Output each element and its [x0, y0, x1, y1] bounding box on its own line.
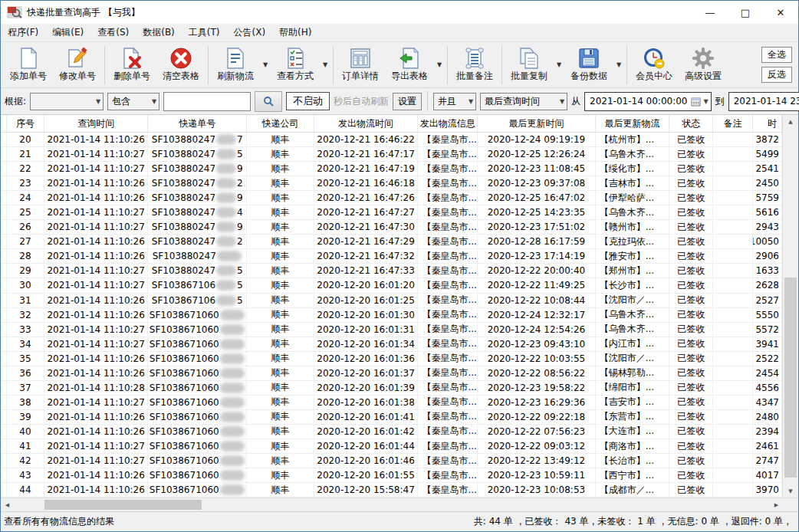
vertical-scroll-thumb[interactable] — [784, 277, 797, 477]
column-header-status[interactable]: 状态 — [669, 115, 713, 132]
refresh-logistics-button[interactable]: 刷新物流 — [211, 45, 260, 84]
auto-refresh-settings-button[interactable]: 设置 — [393, 93, 422, 110]
table-row[interactable]: 272021-01-14 11:10:26SF1038802472顺丰2020-… — [1, 235, 782, 249]
menu-item-data[interactable]: 数据(B) — [136, 24, 182, 41]
delete-number-button[interactable]: 删除单号 — [107, 45, 156, 84]
cell-tracking: SF1038802475 — [148, 264, 247, 277]
backup-data-button[interactable]: 备份数据 — [564, 45, 613, 84]
horizontal-scroll-track[interactable] — [14, 498, 770, 511]
scroll-left-icon[interactable]: ◀ — [1, 498, 14, 511]
field-select[interactable]: ▼ — [30, 93, 104, 110]
table-row[interactable]: 442021-01-14 11:10:26SF1038671060顺丰2020-… — [1, 483, 782, 498]
table-row[interactable]: 262021-01-14 11:10:27SF1038802479顺丰2020-… — [1, 220, 782, 235]
table-row[interactable]: 392021-01-14 11:10:26SF1038671060顺丰2020-… — [1, 410, 782, 425]
add-number-button[interactable]: 添加单号 — [4, 45, 53, 84]
scroll-right-icon[interactable]: ▶ — [770, 498, 783, 511]
from-date-input[interactable]: 2021-01-14 00:00:00 ▼ — [584, 92, 712, 111]
view-mode-dropdown-arrow-icon[interactable]: ▼ — [320, 48, 330, 82]
join-select[interactable]: 并且▼ — [433, 93, 476, 110]
menu-item-view[interactable]: 查看(S) — [90, 24, 136, 41]
table-row[interactable]: 282021-01-14 11:10:26SF103880247顺丰2020-1… — [1, 249, 782, 264]
tracking-number-text: SF1038671060 — [150, 426, 219, 437]
menu-item-help[interactable]: 帮助(H) — [272, 24, 318, 41]
column-header-first_info[interactable]: 发出物流信息 — [418, 115, 478, 132]
menu-item-edit[interactable]: 编辑(E) — [45, 24, 90, 41]
table-row[interactable]: 302021-01-14 11:10:27SF1038671065顺丰2020-… — [1, 278, 782, 293]
column-header-update_time[interactable]: 最后更新时间 — [478, 115, 596, 132]
export-table-button[interactable]: 导出表格 — [385, 45, 434, 84]
scroll-down-icon[interactable]: ▼ — [783, 484, 798, 498]
horizontal-scrollbar[interactable]: ◀ ▶ — [1, 498, 783, 511]
refresh-logistics-dropdown-arrow-icon[interactable]: ▼ — [260, 48, 271, 82]
cell-company: 顺丰 — [247, 366, 314, 380]
column-header-update_info[interactable]: 最后更新物流 — [596, 115, 670, 132]
table-row[interactable]: 382021-01-14 11:10:27SF1038671060顺丰2020-… — [1, 396, 782, 410]
table-row[interactable]: 412021-01-14 11:10:27SF1038671060顺丰2020-… — [1, 439, 782, 454]
table-row[interactable]: 222021-01-14 11:10:27SF1038802479顺丰2020-… — [1, 162, 782, 176]
batch-copy-dropdown-arrow-icon[interactable]: ▼ — [554, 48, 564, 82]
table-row[interactable]: 312021-01-14 11:10:26SF1038671065顺丰2020-… — [1, 294, 782, 308]
column-header-first_time[interactable]: 发出物流时间 — [314, 115, 419, 132]
time-field-select[interactable]: 最后查询时间▼ — [480, 93, 567, 110]
cell-no: 30 — [7, 278, 44, 292]
cell-remark — [713, 176, 753, 190]
backup-data-dropdown-arrow-icon[interactable]: ▼ — [613, 48, 624, 82]
table-row[interactable]: 252021-01-14 11:10:27SF1038802474顺丰2020-… — [1, 205, 782, 220]
export-table-dropdown-arrow-icon[interactable]: ▼ — [434, 48, 445, 82]
column-header-no[interactable]: 序号 — [7, 115, 44, 132]
advanced-settings-button[interactable]: 高级设置 — [679, 45, 728, 84]
scroll-up-icon[interactable]: ▲ — [783, 115, 798, 128]
table-row[interactable]: 402021-01-14 11:10:26SF1038671060顺丰2020-… — [1, 425, 782, 439]
menu-item-program[interactable]: 程序(F) — [1, 24, 45, 41]
view-mode-button[interactable]: 查看方式 — [271, 45, 320, 84]
table-row[interactable]: 352021-01-14 11:10:26SF1038671060顺丰2020-… — [1, 352, 782, 366]
table-row[interactable]: 372021-01-14 11:10:28SF1038671060顺丰2020-… — [1, 381, 782, 396]
table-row[interactable]: 332021-01-14 11:10:27SF1038671060顺丰2020-… — [1, 323, 782, 337]
edit-number-button[interactable]: 修改单号 — [53, 45, 102, 84]
cell-first_time: 2020-12-20 16:01:55 — [314, 468, 419, 482]
table-row[interactable]: 232021-01-14 11:10:26SF1038802472顺丰2020-… — [1, 176, 782, 191]
cell-status: 已签收 — [669, 235, 713, 248]
table-row[interactable]: 212021-01-14 11:10:27SF1038802475顺丰2020-… — [1, 147, 782, 162]
chevron-down-icon[interactable]: ▼ — [704, 98, 709, 105]
row-spacer — [1, 323, 7, 337]
invert-selection-button[interactable]: 反选 — [761, 67, 792, 83]
table-row[interactable]: 422021-01-14 11:10:27SF1038671060顺丰2020-… — [1, 454, 782, 468]
member-center-button[interactable]: 会员中心 — [630, 45, 679, 84]
maximize-button[interactable]: □ — [728, 1, 763, 24]
match-select[interactable]: 包含▼ — [107, 93, 159, 110]
table-row[interactable]: 242021-01-14 11:10:26SF1038802479顺丰2020-… — [1, 191, 782, 205]
clear-table-button[interactable]: 清空表格 — [156, 45, 206, 84]
auto-refresh-toggle[interactable]: 不启动 — [286, 92, 330, 110]
order-detail-button[interactable]: 订单详情 — [336, 45, 385, 84]
cell-first_info: 【秦皇岛市... — [418, 235, 478, 248]
table-row[interactable]: 362021-01-14 11:10:26SF1038671060顺丰2020-… — [1, 366, 782, 381]
minimize-button[interactable]: — — [692, 1, 728, 24]
table-row[interactable]: 432021-01-14 11:10:26SF1038671060顺丰2020-… — [1, 468, 782, 483]
column-header-remark[interactable]: 备注 — [713, 115, 753, 132]
column-header-query_time[interactable]: 查询时间 — [44, 115, 149, 132]
column-header-tracking[interactable]: 快递单号 — [148, 115, 247, 132]
batch-remark-button[interactable]: 批量备注 — [450, 45, 499, 84]
column-header-hours[interactable]: 时 — [753, 115, 782, 132]
cell-company: 顺丰 — [247, 337, 314, 351]
menu-item-announce[interactable]: 公告(X) — [227, 24, 273, 41]
select-all-button[interactable]: 全选 — [761, 47, 792, 63]
close-button[interactable]: ✕ — [763, 1, 798, 24]
to-date-input[interactable]: 2021-01-14 23:59:59 ▼ — [728, 92, 799, 111]
horizontal-scroll-thumb[interactable] — [44, 500, 202, 510]
cell-update_info: 【大连市】... — [596, 425, 670, 438]
cell-query_time: 2021-01-14 11:10:27 — [44, 396, 149, 409]
table-row[interactable]: 342021-01-14 11:10:27SF1038671060顺丰2020-… — [1, 337, 782, 352]
vertical-scroll-track[interactable] — [783, 128, 798, 484]
table-row[interactable]: 202021-01-14 11:10:26SF1038802477顺丰2020-… — [1, 133, 782, 147]
keyword-input[interactable] — [163, 92, 251, 111]
batch-copy-button[interactable]: 批量复制 — [505, 45, 554, 84]
vertical-scrollbar[interactable]: ▲ ▼ — [782, 115, 798, 498]
column-header-company[interactable]: 快递公司 — [247, 115, 314, 132]
filter-search-button[interactable] — [255, 91, 282, 112]
row-spacer — [1, 205, 7, 219]
table-row[interactable]: 322021-01-14 11:10:26SF1038671060顺丰2020-… — [1, 308, 782, 323]
table-row[interactable]: 292021-01-14 11:10:27SF1038802475顺丰2020-… — [1, 264, 782, 278]
menu-item-tools[interactable]: 工具(T) — [182, 24, 227, 41]
